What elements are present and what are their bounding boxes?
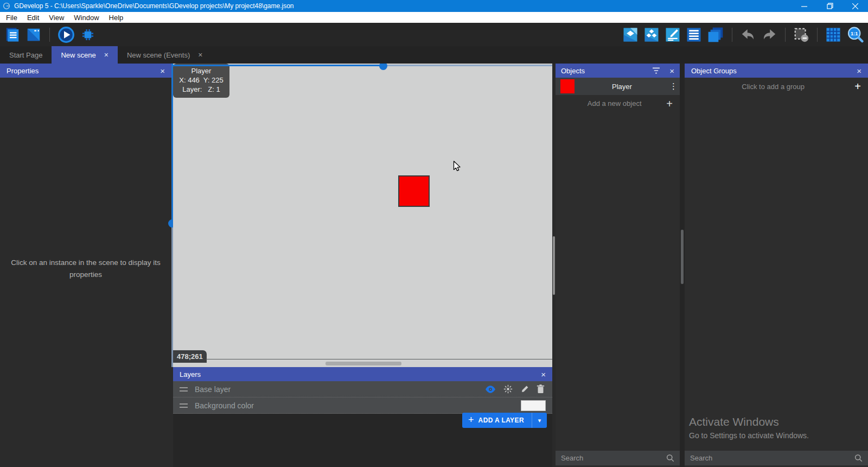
objects-panel-title: Objects [561, 67, 585, 75]
close-icon [852, 3, 858, 9]
menu-window[interactable]: Window [69, 14, 104, 22]
player-object-instance[interactable] [398, 175, 430, 207]
minimize-button[interactable] [792, 0, 817, 12]
zoom-original-button[interactable]: 1:1 [846, 26, 864, 43]
menu-edit[interactable]: Edit [22, 14, 44, 22]
objects-search-bar [556, 451, 680, 465]
tab-label: New scene (Events) [127, 51, 190, 59]
window-icon [25, 27, 42, 43]
redo-button[interactable] [761, 27, 777, 43]
properties-panel: Properties × Click on an instance in the… [0, 64, 171, 467]
toggle-properties-panel-button[interactable] [665, 27, 681, 43]
project-manager-button[interactable] [4, 27, 21, 43]
close-icon[interactable]: × [541, 370, 546, 378]
properties-panel-icon [665, 27, 681, 43]
add-object-row[interactable]: Add a new object + [556, 95, 680, 112]
drag-handle-icon[interactable] [180, 403, 188, 408]
layers-panel-title: Layers [180, 370, 201, 378]
layers-panel-header: Layers × [173, 367, 552, 381]
cursor-coordinates: 478;261 [177, 352, 203, 361]
toolbar: 1:1 [0, 23, 868, 46]
vertical-scrollbar[interactable] [553, 236, 555, 295]
object-groups-panel: Object Groups × Click to add a group + A… [685, 64, 868, 467]
delete-selection-icon [793, 27, 809, 43]
tab-new-scene-events[interactable]: New scene (Events) × [118, 46, 212, 64]
visibility-eye-icon[interactable] [485, 386, 496, 393]
scene-canvas[interactable]: Player X: 446 Y: 225 Layer: Z: 1 478;261 [173, 64, 552, 367]
object-groups-search-input[interactable] [690, 454, 854, 462]
add-layer-label: ADD A LAYER [478, 416, 532, 424]
drag-handle-icon[interactable] [180, 387, 188, 392]
tab-label: New scene [61, 51, 95, 59]
add-layer-dropdown[interactable]: ▾ [532, 413, 547, 428]
project-manager-icon [4, 27, 21, 43]
toggle-instances-list-button[interactable] [686, 27, 702, 43]
search-icon [666, 454, 674, 462]
layer-name: Base layer [195, 385, 231, 394]
horizontal-scrollbar[interactable] [326, 362, 401, 365]
add-layer-button[interactable]: + ADD A LAYER ▾ [462, 413, 547, 428]
delete-layer-icon[interactable] [537, 384, 545, 394]
menu-view[interactable]: View [44, 14, 69, 22]
debugger-icon [80, 27, 96, 43]
close-icon[interactable]: × [669, 67, 674, 75]
add-group-label: Click to add a group [692, 83, 854, 91]
tab-new-scene[interactable]: New scene × [52, 46, 118, 64]
close-button[interactable] [843, 0, 868, 12]
properties-panel-title: Properties [7, 67, 39, 75]
window-title: GDevelop 5 - C:\Users\Sparkle\OneDrive\D… [14, 2, 294, 10]
objects-panel: Objects × Player ⋮ Add a new object + [556, 64, 680, 467]
toggle-objects-panel-button[interactable] [622, 27, 639, 43]
toolbar-separator [785, 28, 786, 42]
tab-close-icon[interactable]: × [198, 51, 202, 59]
object-groups-search-bar [685, 451, 868, 465]
menu-file[interactable]: File [1, 14, 22, 22]
restore-icon [827, 3, 833, 9]
toolbar-separator [49, 28, 50, 42]
layer-effects-icon[interactable] [503, 384, 513, 394]
layer-row-background-color[interactable]: Background color [173, 397, 552, 414]
play-icon [58, 26, 75, 43]
open-project-button[interactable] [25, 27, 42, 43]
close-icon[interactable]: × [160, 67, 165, 75]
object-thumbnail [560, 79, 575, 93]
splitter-handle[interactable] [379, 64, 387, 70]
plus-icon: + [666, 98, 673, 109]
add-object-label: Add a new object [563, 99, 666, 108]
vertical-scrollbar[interactable] [681, 230, 684, 284]
objects-search-input[interactable] [561, 454, 666, 462]
tooltip-object-name: Player [192, 67, 212, 76]
menu-bar: File Edit View Window Help [0, 12, 868, 23]
plus-icon: + [462, 414, 478, 427]
layer-row-base[interactable]: Base layer [173, 381, 552, 397]
toggle-grid-button[interactable] [825, 27, 841, 43]
close-icon[interactable]: × [857, 67, 861, 75]
search-icon [854, 454, 863, 462]
edit-layer-icon[interactable] [520, 385, 529, 394]
object-name: Player [575, 83, 669, 91]
debug-button[interactable] [80, 27, 96, 43]
menu-help[interactable]: Help [104, 14, 129, 22]
object-list-item-player[interactable]: Player ⋮ [556, 78, 680, 95]
title-bar: GDevelop 5 - C:\Users\Sparkle\OneDrive\D… [0, 0, 868, 12]
background-color-swatch[interactable] [521, 400, 546, 411]
undo-button[interactable] [740, 27, 756, 43]
tab-close-icon[interactable]: × [104, 51, 108, 59]
toggle-object-groups-panel-button[interactable] [643, 27, 660, 43]
add-group-row[interactable]: Click to add a group + [685, 78, 868, 95]
horizontal-splitter[interactable] [380, 65, 552, 66]
kebab-menu-icon[interactable]: ⋮ [669, 81, 675, 91]
cursor-coordinates-badge: 478;261 [173, 350, 207, 363]
delete-selection-button[interactable] [793, 27, 809, 43]
play-preview-button[interactable] [58, 26, 75, 43]
toggle-layers-panel-button[interactable] [707, 26, 724, 43]
gdevelop-logo-icon [3, 2, 10, 10]
restore-button[interactable] [817, 0, 843, 12]
instances-list-icon [686, 27, 702, 43]
filter-icon[interactable] [652, 67, 660, 74]
object-groups-panel-title: Object Groups [691, 67, 737, 75]
tab-start-page[interactable]: Start Page [0, 46, 52, 64]
layers-panel: Layers × Base layer [173, 367, 552, 467]
horizontal-splitter[interactable] [173, 65, 380, 66]
object-groups-panel-header: Object Groups × [685, 64, 868, 78]
